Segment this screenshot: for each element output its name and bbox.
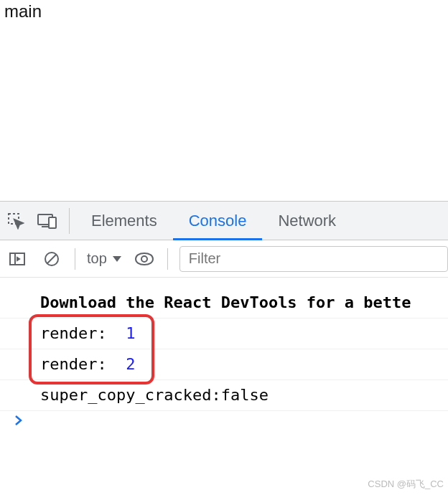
- tab-elements-label: Elements: [91, 212, 157, 230]
- console-output: Download the React DevTools for a better…: [0, 278, 448, 430]
- svg-point-10: [141, 256, 147, 262]
- console-line: super_copy_cracked:false: [0, 380, 448, 411]
- context-label: top: [87, 250, 107, 267]
- inspect-element-icon[interactable]: [0, 202, 32, 240]
- svg-line-8: [47, 255, 56, 263]
- tab-network[interactable]: Network: [262, 202, 352, 240]
- console-prompt[interactable]: [0, 411, 448, 430]
- console-toolbar: top: [0, 240, 448, 278]
- chevron-right-icon: [14, 415, 23, 425]
- console-message-text: Download the React DevTools for a bette: [40, 293, 411, 311]
- annotation-highlight: [29, 314, 154, 385]
- svg-rect-3: [49, 217, 56, 228]
- page-content: main: [0, 0, 448, 201]
- context-selector[interactable]: top: [81, 250, 127, 267]
- device-toolbar-icon[interactable]: [32, 202, 63, 240]
- tab-console[interactable]: Console: [173, 202, 263, 240]
- watermark-text: CSDN @码飞_CC: [368, 478, 444, 491]
- tab-elements[interactable]: Elements: [75, 202, 173, 240]
- devtools-panel: Elements Console Network top Download th…: [0, 201, 448, 430]
- svg-marker-6: [17, 258, 19, 260]
- toggle-sidebar-icon[interactable]: [0, 240, 34, 278]
- separator: [75, 248, 75, 270]
- svg-marker-9: [113, 256, 121, 262]
- clear-console-icon[interactable]: [34, 240, 69, 278]
- devtools-tab-bar: Elements Console Network: [0, 202, 448, 240]
- page-body-text: main: [4, 1, 42, 21]
- console-message-text: super_copy_cracked:false: [40, 386, 269, 404]
- chevron-down-icon: [113, 256, 121, 262]
- separator: [69, 208, 70, 234]
- separator: [167, 248, 168, 270]
- tab-network-label: Network: [278, 212, 336, 230]
- tab-console-label: Console: [189, 212, 247, 230]
- filter-input[interactable]: [179, 246, 448, 272]
- live-expression-icon[interactable]: [127, 240, 162, 278]
